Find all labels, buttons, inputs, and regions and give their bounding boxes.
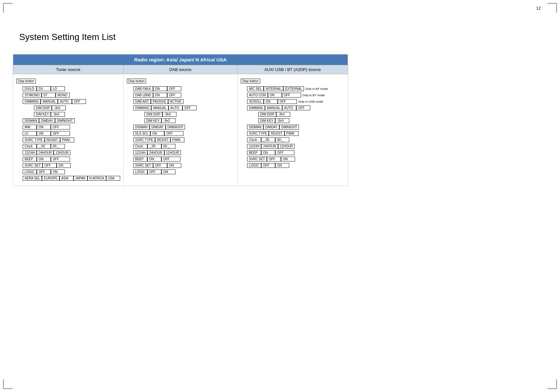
tuner-mw-on: ON xyxy=(37,125,51,129)
aux-logic-on: ON xyxy=(275,163,289,168)
subheader-row: Tuner source DAB source AUX/ USB / BT (A… xyxy=(13,65,348,74)
dab-svrcset-label: SVRC SET xyxy=(133,163,153,168)
aux-logic-off: OFF xyxy=(261,163,275,168)
tuner-dimming-manual: MANUAL xyxy=(41,99,58,104)
tuner-stmono-label: ST/MONO xyxy=(23,93,42,98)
aux-disman-dimnight: DIMNIGHT xyxy=(279,125,299,129)
tuner-1224h-label: 12/24H xyxy=(23,150,37,155)
dab-lbnd-on: ON xyxy=(153,93,167,98)
tuner-dimming-auto: AUTO xyxy=(58,99,72,104)
tuner-dxlo-row: DX/LO DX LO xyxy=(23,86,120,91)
tuner-disman-dimday: DIMDAY xyxy=(39,118,55,123)
dab-dimming-label: DIMMING xyxy=(133,106,151,110)
aux-scroll-label: SCROLL xyxy=(247,99,264,104)
tuner-svrcset-label: SVRC SET xyxy=(23,163,43,168)
page-number: 12 xyxy=(536,6,541,11)
tuner-disman-label: DISMAN xyxy=(23,118,39,123)
aux-dimming-row: DIMMING MANUAL AUTO OFF xyxy=(247,106,345,110)
dab-disman-row: DISMAN DIMDAY DIMNIGHT xyxy=(133,125,234,129)
col-tuner-label: Tuner source xyxy=(13,65,124,74)
tuner-dimming-label: DIMMING xyxy=(23,99,41,104)
tuner-aerasel-europe: EUROPE xyxy=(42,176,59,181)
aux-clock-row: Clock _.00 00:_ xyxy=(247,137,345,142)
aux-svrctype-pwm: PWM xyxy=(284,131,299,136)
tuner-mw-label: MW xyxy=(23,125,37,129)
header-label: Radio region: Asia/ Japan/ N Africa/ USA xyxy=(13,54,348,65)
dab-beep-off: OFF xyxy=(161,157,181,161)
tuner-lv-row: LV ON OFF xyxy=(23,131,120,136)
dab-ant-passive: PASSIVE xyxy=(151,99,168,104)
dab-dimkey-label: DIM KEY xyxy=(144,118,161,123)
dab-clock-opt2: 00:_ xyxy=(161,144,175,149)
aux-beep-label: BEEP xyxy=(247,150,261,155)
aux-svrcset-on: ON xyxy=(281,157,295,161)
tuner-clock-label: Clock xyxy=(23,144,37,149)
tuner-beep-row: BEEP ON OFF xyxy=(23,157,120,161)
dab-disman-label: DISMAN xyxy=(133,125,150,129)
aux-scroll-row: SCROLL ON OFF Only in USB mode xyxy=(247,99,345,104)
tuner-aerasel-row: AERA SEL EUROPE ASIA JAPAN N AFRICA USA xyxy=(23,176,120,181)
dab-svrctype-pwm: PWM xyxy=(170,137,184,142)
tuner-disman-dimnight: DIMNIGHT xyxy=(55,118,74,123)
aux-dimkey-label: DIM KEY xyxy=(258,118,275,123)
aux-autocon-off: OFF xyxy=(282,93,301,98)
tuner-svrcset-row: SVRC SET OFF ON xyxy=(23,163,120,168)
col-aux-label: AUX/ USB / BT (A2DP) source xyxy=(237,65,348,74)
tuner-svrctype-resist: RESIST xyxy=(45,137,60,142)
tuner-content: Disp button DX/LO DX LO ST/MONO ST MONO xyxy=(13,74,124,186)
dab-svrcset-off: OFF xyxy=(153,163,167,168)
aux-svrctype-row: SVRC TYPE RESIST PWM xyxy=(247,131,345,136)
dab-fmlk-off: OFF xyxy=(167,86,181,91)
tuner-logic-off: OFF xyxy=(37,169,51,174)
dab-svrctype-label: SVRC TYPE xyxy=(133,137,155,142)
tuner-grid: Disp button DX/LO DX LO ST/MONO ST MONO xyxy=(16,79,120,181)
dab-dlsscl-label: DLS SCL xyxy=(133,131,151,136)
tuner-beep-off: OFF xyxy=(51,157,70,161)
aux-svrcset-off: OFF xyxy=(267,157,281,161)
corner-tr xyxy=(547,3,557,13)
aux-scroll-off: OFF xyxy=(278,99,297,104)
dab-lbnd-off: OFF xyxy=(167,93,181,98)
tuner-dimming-off: OFF xyxy=(72,99,86,104)
dab-ant-active: ACTIVE xyxy=(168,99,183,104)
aux-micsel-external: EXTERNAL xyxy=(283,86,304,91)
aux-micsel-label: MIC SEL xyxy=(247,86,264,91)
dab-ant-label: DAB ANT xyxy=(133,99,151,104)
col-dab-label: DAB source xyxy=(123,65,237,74)
dab-dimkey-row: DIM KEY -3l•3 xyxy=(144,118,234,123)
aux-dimkey-row: DIM KEY -3l•3 xyxy=(258,118,345,123)
page-title: System Setting Item List xyxy=(19,32,116,42)
dab-svrctype-row: SVRC TYPE RESIST PWM xyxy=(133,137,234,142)
tuner-dimdisp-val: -3l•3 xyxy=(52,106,66,110)
dab-lbnd-label: DAB LBND xyxy=(133,93,153,98)
dab-ant-row: DAB ANT PASSIVE ACTIVE xyxy=(133,99,234,104)
aux-svrcset-row: SVRC SET OFF ON xyxy=(247,157,345,161)
tuner-svrcset-off: OFF xyxy=(43,163,57,168)
tuner-clock-opt2: 00:_ xyxy=(51,144,65,149)
aux-logic-label: LOGIC xyxy=(247,163,261,168)
dab-dimdisp-val: -3l•3 xyxy=(162,112,176,117)
dab-fmlk-on: ON xyxy=(153,86,167,91)
dab-dimming-off: OFF xyxy=(183,106,197,110)
tuner-aerasel-nafrica: N AFRICA xyxy=(88,176,106,181)
corner-br xyxy=(547,379,557,389)
tuner-dimkey-row: DIM KEY -3l•3 xyxy=(34,112,120,117)
tuner-mw-off: OFF xyxy=(51,125,70,129)
dab-logic-row: LOGIC OFF ON xyxy=(133,169,234,174)
aux-clock-label: Clock xyxy=(247,137,261,142)
dab-1224h-row: 12/24H 24HOUR 12HOUR xyxy=(133,150,234,155)
tuner-aerasel-label: AERA SEL xyxy=(23,176,42,181)
tuner-logic-label: LOGIC xyxy=(23,169,37,174)
tuner-dimming-row: DIMMING MANUAL AUTO OFF xyxy=(23,99,120,104)
aux-dimming-auto: AUTO xyxy=(282,106,296,110)
tuner-clock-row: Clock _.00 00:_ xyxy=(23,144,120,149)
tuner-1224h-24hour: 24HOUR xyxy=(37,150,54,155)
tuner-dimdisp-row: DIM DISP -3l•3 xyxy=(34,106,120,110)
aux-dimdisp-row: DIM DISP -3l•3 xyxy=(258,112,345,117)
aux-scroll-note: Only in USB mode xyxy=(298,100,323,103)
aux-beep-on: ON xyxy=(261,150,275,155)
aux-disman-label: DISMAN xyxy=(247,125,263,129)
aux-clock-opt1: _.00 xyxy=(261,137,275,142)
tuner-lv-label: LV xyxy=(23,131,37,136)
dab-dlsscl-row: DLS SCL ON OFF xyxy=(133,131,234,136)
